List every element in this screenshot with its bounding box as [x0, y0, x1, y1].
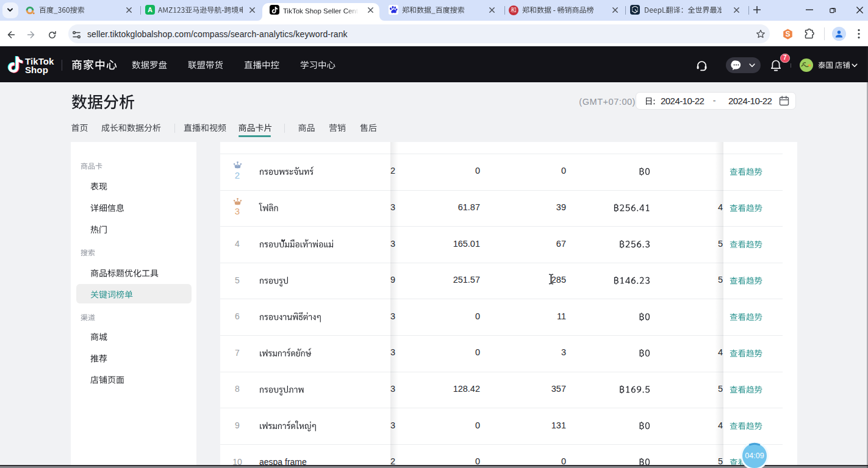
svg-text:S: S [785, 30, 790, 38]
